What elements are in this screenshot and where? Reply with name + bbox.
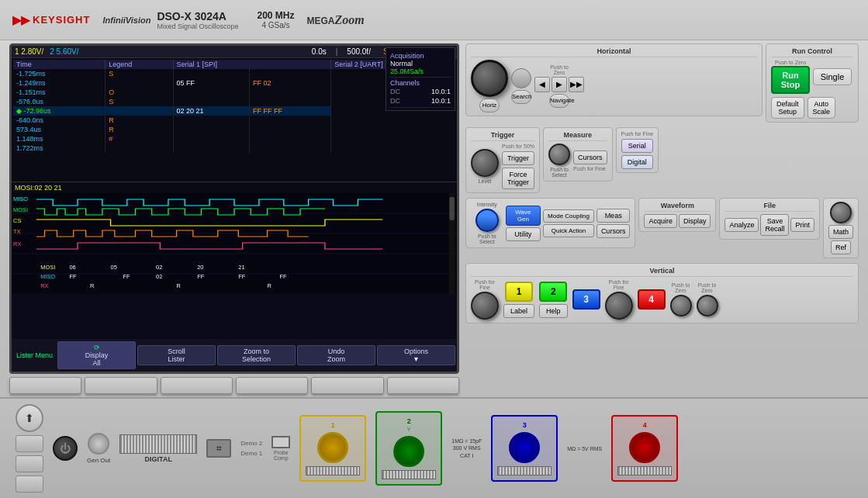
back-button[interactable]: ⬆ (16, 404, 43, 432)
ch1-pins (306, 466, 360, 476)
time-div2: 500.0f/ (347, 47, 371, 56)
push-to-zero-vert: Push toZero (672, 282, 690, 293)
svg-text:FF: FF (69, 273, 77, 280)
search-knob[interactable] (511, 68, 531, 88)
spec-area: 200 MHz 4 GSa/s (257, 10, 294, 29)
controls-section: Horizontal Horiz Search Push toZero (465, 43, 859, 394)
vert-position-knob-l[interactable] (670, 295, 692, 316)
display-all-button[interactable]: ⟳ DisplayAll (57, 341, 136, 369)
vert-push-fine-label: Push forFine (475, 279, 495, 290)
extra-btn-2[interactable] (16, 455, 43, 472)
ch4-port-label: 4 (643, 421, 647, 429)
spec-frequency: 200 MHz (257, 10, 294, 21)
scroll-lister-button[interactable]: ScrollLister (137, 345, 216, 365)
softkey-2[interactable] (85, 377, 157, 394)
run-stop-button[interactable]: RunStop (771, 66, 810, 94)
utility-button[interactable]: Utility (506, 227, 541, 241)
screen-section: 1 2.80V/ 2 5.60V/ 0.0s | 500.0f/ Stop ⚡ … (9, 43, 459, 394)
intensity-label: Intensity (477, 202, 497, 207)
digital-button[interactable]: Digital (621, 155, 654, 169)
ch2-button[interactable]: 2 (539, 282, 567, 302)
ref-button[interactable]: Ref (831, 240, 851, 254)
ch2-coupling: DC (390, 97, 400, 105)
vert-knob-left[interactable] (471, 292, 499, 320)
model-area: DSO-X 3024A Mixed Signal Oscilloscope (157, 10, 238, 30)
cursors-button[interactable]: Cursors (573, 150, 607, 164)
svg-text:CS: CS (13, 217, 22, 224)
brand-name: KEYSIGHT (33, 14, 90, 26)
print-button[interactable]: Print (790, 218, 814, 232)
file-btns: Analyze SaveRecall Print (724, 214, 814, 236)
options-button[interactable]: Options▼ (377, 345, 455, 365)
vert-knob-right[interactable] (605, 292, 633, 320)
ch3-pins (497, 466, 552, 476)
single-button[interactable]: Single (813, 68, 852, 85)
ch1-button[interactable]: 1 (505, 282, 533, 302)
vert-position-knob-r[interactable] (697, 295, 718, 316)
undo-zoom-button[interactable]: UndoZoom (297, 345, 375, 365)
ch4-button[interactable]: 4 (638, 289, 666, 310)
default-setup-button[interactable]: DefaultSetup (771, 97, 804, 119)
analyze-button[interactable]: Analyze (724, 218, 759, 232)
svg-text:05: 05 (111, 264, 117, 271)
display-button[interactable]: Display (679, 214, 711, 228)
wave-gen-button[interactable]: Wave Gen (506, 206, 541, 226)
middle-row: Trigger Level Push for 50% Trigger Force… (465, 127, 859, 193)
force-trigger-button[interactable]: ForceTrigger (502, 168, 534, 189)
cursors-tools-button[interactable]: Cursors (597, 224, 631, 238)
zoom-to-selection-label: Zoom to (223, 348, 290, 355)
meas-button[interactable]: Meas (597, 209, 631, 223)
power-button[interactable]: ⏻ (53, 436, 78, 461)
navigate-button[interactable]: Navigate (549, 94, 569, 108)
probe-comp-label: ProbeComp (274, 450, 289, 461)
softkey-6[interactable] (387, 377, 459, 394)
extra-btn-3[interactable] (16, 476, 43, 493)
measure-knob[interactable] (548, 144, 570, 165)
nav-prev-button[interactable]: ◀ (534, 77, 550, 92)
svg-text:RX: RX (40, 282, 49, 289)
auto-scale-button[interactable]: AutoScale (807, 97, 836, 119)
horizontal-knob[interactable] (471, 60, 508, 97)
top-panel: ▸▸ KEYSIGHT InfiniiVision DSO-X 3024A Mi… (0, 0, 868, 40)
svg-text:R: R (268, 282, 271, 289)
nav-play-button[interactable]: ▶ (552, 77, 567, 92)
help-button[interactable]: Help (539, 304, 568, 318)
label-button[interactable]: Label (503, 304, 534, 318)
horiz-button[interactable]: Horiz (479, 99, 500, 112)
softkey-1[interactable] (9, 377, 81, 394)
quick-action-button[interactable]: Quick Action (543, 224, 594, 237)
acquisition-label: Acquisition (390, 52, 451, 60)
intensity-knob[interactable] (475, 209, 499, 232)
math-ref-section: Math Ref (823, 198, 859, 258)
undo-zoom-label: UndoZoom (303, 348, 370, 363)
softkey-5[interactable] (311, 377, 383, 394)
waveform-area: MISO MOSI CS TX RX (12, 193, 457, 294)
vertical-title: Vertical (471, 267, 853, 277)
math-button[interactable]: Math (828, 225, 853, 239)
ch1-coupling: DC (390, 88, 400, 95)
mode-coupling-button[interactable]: Mode Coupling (543, 209, 594, 223)
waveform-title: Waveform (644, 202, 711, 212)
extra-btn-1[interactable] (16, 435, 43, 452)
zoom-to-selection-button[interactable]: Zoom to Selection (217, 345, 296, 365)
keysight-logo: ▸▸ KEYSIGHT (12, 12, 90, 29)
search-button[interactable]: Search (511, 90, 531, 104)
ch2-pins (382, 470, 436, 479)
ch3-button[interactable]: 3 (572, 289, 600, 310)
digital-label: DIGITAL (145, 455, 172, 463)
softkey-3[interactable] (161, 377, 233, 394)
ch3-port-label: 3 (523, 421, 527, 429)
svg-text:MOSI: MOSI (40, 264, 55, 271)
acquire-button[interactable]: Acquire (644, 214, 677, 228)
save-recall-button[interactable]: SaveRecall (760, 214, 789, 236)
serial-button[interactable]: Serial (621, 139, 654, 153)
vertical-controls: Push forFine 1 Label 2 Help (471, 279, 853, 320)
nav-next-button[interactable]: ▶▶ (569, 77, 584, 92)
softkey-4[interactable] (236, 377, 308, 394)
svg-text:MISO: MISO (13, 195, 28, 202)
trigger-level-knob[interactable] (471, 149, 499, 177)
gen-out-knob[interactable] (88, 433, 109, 455)
push-for-fine-label: Push for Fine (573, 166, 607, 171)
trigger-button[interactable]: Trigger (502, 151, 534, 165)
math-knob[interactable] (830, 202, 852, 223)
